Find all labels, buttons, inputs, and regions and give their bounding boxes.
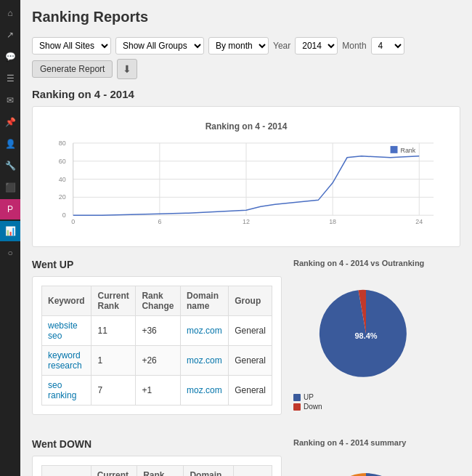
svg-text:0: 0 bbox=[62, 211, 66, 219]
domain-cell: moz.com bbox=[181, 346, 229, 376]
went-down-title: Went DOWN bbox=[32, 438, 282, 450]
svg-text:20: 20 bbox=[59, 193, 66, 201]
year-label: Year bbox=[273, 41, 290, 51]
period-select[interactable]: By month By week By day bbox=[208, 37, 269, 55]
ranking-chart-card: Ranking on 4 - 2014 0 20 40 60 80 bbox=[32, 106, 460, 247]
domain-cell: moz.com bbox=[181, 376, 229, 406]
sidebar-icon-circle[interactable]: ○ bbox=[0, 243, 20, 263]
ranking-section-title: Ranking on 4 - 2014 bbox=[32, 88, 460, 100]
keyword-cell: keyword research bbox=[42, 346, 91, 376]
legend-down-dot bbox=[293, 403, 301, 411]
svg-text:60: 60 bbox=[59, 158, 66, 165]
col-current-rank-down: Current Rank bbox=[91, 466, 137, 476]
sidebar: ⌂ ↗ 💬 ☰ ✉ 📌 👤 🔧 ⬛ P 📊 ○ bbox=[0, 0, 20, 476]
table-row: keyword research 1 +26 moz.com General bbox=[42, 346, 272, 376]
svg-text:40: 40 bbox=[59, 176, 66, 183]
ranking-line-chart: 0 20 40 60 80 0 6 12 18 24 Rank bbox=[44, 136, 448, 230]
went-up-table: Keyword Current Rank Rank Change Domain … bbox=[41, 286, 272, 406]
download-icon-button[interactable]: ⬇ bbox=[117, 59, 137, 79]
group-cell: General bbox=[229, 346, 272, 376]
table-row: seo ranking 7 +1 moz.com General bbox=[42, 376, 272, 406]
change-cell: +26 bbox=[136, 346, 181, 376]
went-up-pie-title: Ranking on 4 - 2014 vs Outranking bbox=[293, 259, 460, 267]
change-cell: +1 bbox=[136, 376, 181, 406]
went-down-section: Went DOWN Keyword Current Rank Rank Chan… bbox=[32, 438, 460, 476]
col-domain: Domain name bbox=[181, 286, 229, 316]
month-select[interactable]: 123 456 789 101112 bbox=[371, 37, 404, 55]
sidebar-icon-chart[interactable]: 📊 bbox=[0, 221, 20, 241]
svg-text:18: 18 bbox=[329, 218, 336, 225]
rank-cell: 11 bbox=[91, 316, 136, 346]
went-up-section: Went UP Keyword Current Rank Rank Change… bbox=[32, 259, 460, 427]
domain-cell: moz.com bbox=[181, 316, 229, 346]
sidebar-icon-pinterest[interactable]: P bbox=[0, 199, 20, 219]
group-cell: General bbox=[229, 376, 272, 406]
sidebar-icon-block[interactable]: ⬛ bbox=[0, 177, 20, 198]
sidebar-icon-wrench[interactable]: 🔧 bbox=[0, 156, 20, 176]
went-up-pie-legend: UP Down bbox=[293, 393, 460, 411]
sites-select[interactable]: Show All Sites bbox=[32, 37, 111, 55]
went-up-card: Keyword Current Rank Rank Change Domain … bbox=[32, 276, 282, 415]
keyword-cell: seo ranking bbox=[42, 376, 91, 406]
svg-text:12: 12 bbox=[243, 218, 250, 225]
sidebar-icon-bubble[interactable]: 💬 bbox=[0, 47, 20, 67]
groups-select[interactable]: Show All Groups bbox=[115, 37, 204, 55]
col-rank-change: Rank Change bbox=[136, 286, 181, 316]
sidebar-icon-comment[interactable]: ✉ bbox=[0, 90, 20, 110]
went-up-pie-section: Ranking on 4 - 2014 vs Outranking 98.4% … bbox=[293, 259, 460, 427]
sidebar-icon-arrow[interactable]: ↗ bbox=[0, 25, 20, 45]
went-up-title: Went UP bbox=[32, 259, 282, 270]
table-row: website seo 11 +36 moz.com General bbox=[42, 316, 272, 346]
sidebar-icon-home[interactable]: ⌂ bbox=[0, 3, 20, 23]
col-current-rank: Current Rank bbox=[91, 286, 136, 316]
col-rank-change-down: Rank Change bbox=[137, 466, 184, 476]
rank-cell: 7 bbox=[91, 376, 136, 406]
change-cell: +36 bbox=[136, 316, 181, 346]
toolbar: Show All Sites Show All Groups By month … bbox=[32, 37, 460, 79]
col-group-down: Group bbox=[233, 466, 272, 476]
svg-text:0: 0 bbox=[71, 218, 75, 225]
svg-text:24: 24 bbox=[415, 218, 423, 225]
col-keyword: Keyword bbox=[42, 286, 91, 316]
month-label: Month bbox=[342, 41, 366, 51]
went-up-pie-chart: 98.4% bbox=[293, 272, 439, 388]
page-title: Ranking Reports bbox=[32, 9, 460, 30]
rank-cell: 1 bbox=[91, 346, 136, 376]
col-group: Group bbox=[229, 286, 272, 316]
group-cell: General bbox=[229, 316, 272, 346]
keyword-cell: website seo bbox=[42, 316, 91, 346]
went-down-pie-section: Ranking on 4 - 2014 summary bbox=[293, 438, 460, 476]
col-keyword-down: Keyword bbox=[42, 466, 91, 476]
legend-up-label: UP bbox=[304, 393, 314, 401]
main-content: Ranking Reports Show All Sites Show All … bbox=[20, 0, 472, 476]
chart-title: Ranking on 4 - 2014 bbox=[44, 121, 448, 132]
legend-up-dot bbox=[293, 394, 301, 401]
svg-rect-20 bbox=[391, 146, 398, 153]
col-domain-down: Domain name bbox=[184, 466, 234, 476]
year-select[interactable]: 2012 2013 2014 2015 bbox=[295, 37, 338, 55]
went-down-card: Keyword Current Rank Rank Change Domain … bbox=[32, 456, 282, 476]
svg-text:80: 80 bbox=[59, 140, 66, 147]
went-down-pie-title: Ranking on 4 - 2014 summary bbox=[293, 438, 460, 447]
sidebar-icon-list[interactable]: ☰ bbox=[0, 68, 20, 89]
sidebar-icon-user[interactable]: 👤 bbox=[0, 134, 20, 154]
svg-text:6: 6 bbox=[158, 218, 161, 225]
went-down-pie-chart: 22.2% 33.3% 44.4% bbox=[293, 451, 439, 476]
svg-text:Rank: Rank bbox=[400, 147, 415, 154]
generate-report-button[interactable]: Generate Report bbox=[32, 60, 113, 78]
sidebar-icon-pin[interactable]: 📌 bbox=[0, 112, 20, 132]
went-down-table: Keyword Current Rank Rank Change Domain … bbox=[41, 465, 272, 476]
legend-down-label: Down bbox=[304, 403, 322, 411]
svg-text:98.4%: 98.4% bbox=[354, 331, 377, 340]
